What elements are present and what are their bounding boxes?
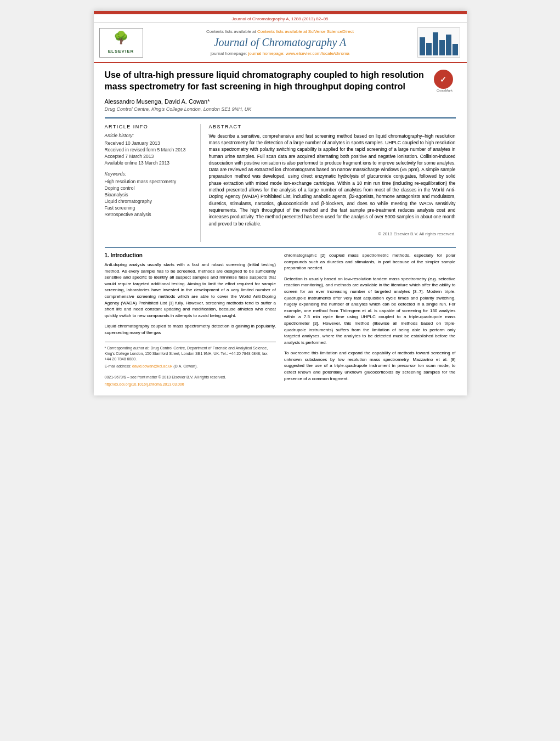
footnote-asterisk: * Corresponding author at: Drug Control … <box>105 346 276 362</box>
sciverse-link[interactable]: Contents lists available at SciVerse Sci… <box>257 29 354 34</box>
article-title: Use of ultra-high pressure liquid chroma… <box>105 70 428 93</box>
intro-paragraph-2: Liquid chromatography coupled to mass sp… <box>105 323 276 336</box>
keyword-5: Fast screening <box>105 205 195 211</box>
copyright-line: © 2013 Elsevier B.V. All rights reserved… <box>209 231 456 236</box>
affiliation: Drug Control Centre, King's College Lond… <box>105 106 456 112</box>
right-paragraph-1: chromatographic [2] coupled mass spectro… <box>284 252 456 271</box>
received-date: Received 10 January 2013 <box>105 140 195 146</box>
article-title-block: Use of ultra-high pressure liquid chroma… <box>105 70 428 93</box>
abstract-text: We describe a sensitive, comprehensive a… <box>209 133 456 227</box>
doi-line: http://dx.doi.org/10.1016/j.chroma.2013.… <box>105 382 276 387</box>
homepage-label: journal homepage: <box>211 51 248 56</box>
keyword-4: Liquid chromatography <box>105 199 195 204</box>
sciverse-line: Contents lists available at Contents lis… <box>149 29 412 34</box>
keyword-3: Bioanalysis <box>105 192 195 197</box>
journal-ref-text: Journal of Chromatography A, 1288 (2013)… <box>231 16 328 21</box>
available-online-date: Available online 13 March 2013 <box>105 160 195 166</box>
mini-chart <box>417 27 460 58</box>
page: Journal of Chromatography A, 1288 (2013)… <box>94 11 467 395</box>
keyword-1: High resolution mass spectrometry <box>105 179 195 184</box>
bottom-footer: 0021-9673/$ – see front matter © 2013 El… <box>105 375 276 387</box>
section-divider <box>105 247 456 248</box>
bar-3 <box>433 32 438 55</box>
article-info-col: ARTICLE INFO Article history: Received 1… <box>105 124 201 242</box>
journal-header-center: Contents lists available at Contents lis… <box>149 29 412 56</box>
crossmark-label: CrossMark <box>434 89 456 92</box>
homepage-line: journal homepage: journal homepage: www.… <box>149 51 412 56</box>
doi-link[interactable]: http://dx.doi.org/10.1016/j.chroma.2013.… <box>105 382 184 386</box>
bar-4 <box>439 40 445 55</box>
bar-6 <box>452 44 458 55</box>
intro-paragraph-1: Anti-doping analysis usually starts with… <box>105 262 276 319</box>
journal-header-right <box>417 27 461 58</box>
article-info-abstract: ARTICLE INFO Article history: Received 1… <box>105 117 456 242</box>
keywords-label: Keywords: <box>105 171 195 177</box>
keyword-2: Doping control <box>105 185 195 191</box>
article-title-section: Use of ultra-high pressure liquid chroma… <box>105 70 456 93</box>
crossmark-block: ✓ CrossMark <box>434 70 456 92</box>
abstract-heading: ABSTRACT <box>209 124 456 129</box>
authors: Alessandro Musenga, David A. Cowan* <box>105 98 456 105</box>
main-content: Use of ultra-high pressure liquid chroma… <box>94 63 467 395</box>
email-label: E-mail address: <box>105 364 133 368</box>
journal-header: 🌳 ELSEVIER Contents lists available at C… <box>94 22 467 63</box>
intro-section-title: 1. Introduction <box>105 252 276 258</box>
bar-5 <box>446 35 451 55</box>
journal-top-reference: Journal of Chromatography A, 1288 (2013)… <box>94 14 467 22</box>
bar-1 <box>420 37 425 55</box>
article-history-label: Article history: <box>105 133 195 138</box>
keywords-section: Keywords: High resolution mass spectrome… <box>105 171 195 217</box>
body-right-col: chromatographic [2] coupled mass spectro… <box>284 252 456 389</box>
body-left-col: 1. Introduction Anti-doping analysis usu… <box>105 252 276 389</box>
accepted-date: Accepted 7 March 2013 <box>105 154 195 159</box>
sciverse-text-before: Contents lists available at <box>206 29 257 34</box>
article-info-heading: ARTICLE INFO <box>105 124 195 129</box>
footnote-email: E-mail address: david.cowan@kcl.ac.uk (D… <box>105 364 276 369</box>
homepage-link[interactable]: journal homepage: www.elsevier.com/locat… <box>248 51 349 56</box>
email-suffix: (D.A. Cowan). <box>173 364 197 368</box>
issn-line: 0021-9673/$ – see front matter © 2013 El… <box>105 375 276 380</box>
elsevier-logo: 🌳 ELSEVIER <box>99 28 143 58</box>
abstract-col: ABSTRACT We describe a sensitive, compre… <box>209 124 456 242</box>
footnote-section: * Corresponding author at: Drug Control … <box>105 342 276 370</box>
email-link[interactable]: david.cowan@kcl.ac.uk <box>132 364 172 368</box>
bar-2 <box>426 43 432 56</box>
right-paragraph-2: Detection is usually based on low-resolu… <box>284 276 456 346</box>
keyword-6: Retrospective analysis <box>105 212 195 217</box>
journal-title-header: Journal of Chromatography A <box>149 36 412 49</box>
elsevier-tree-icon: 🌳 <box>102 31 140 45</box>
elsevier-name: ELSEVIER <box>108 49 134 54</box>
body-two-col: 1. Introduction Anti-doping analysis usu… <box>105 252 456 389</box>
right-paragraph-3: To overcome this limitation and expand t… <box>284 350 456 382</box>
crossmark-circle: ✓ <box>434 70 453 89</box>
revised-received-date: Received in revised form 5 March 2013 <box>105 147 195 152</box>
